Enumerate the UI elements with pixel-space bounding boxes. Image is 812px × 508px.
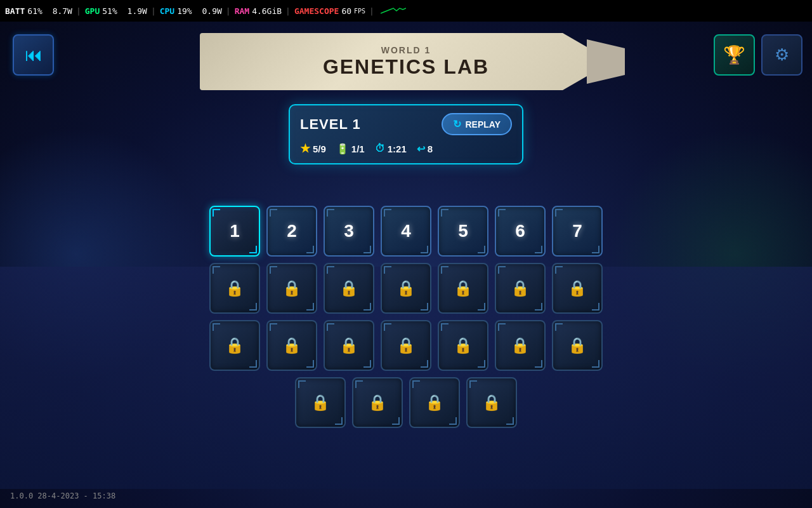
level-num-3: 3: [344, 221, 354, 241]
gpu-label: GPU: [85, 6, 100, 16]
level-cell-15[interactable]: 🔒: [209, 320, 260, 371]
level-num-1: 1: [230, 221, 240, 241]
lock-icon-14: 🔒: [568, 279, 587, 297]
lock-icon-25: 🔒: [482, 394, 501, 411]
level-cell-20[interactable]: 🔒: [495, 320, 546, 371]
banner-tail: [587, 39, 625, 84]
batt-watts: 8.7W: [53, 6, 72, 16]
level-header: LEVEL 1 ↻ REPLAY: [300, 113, 512, 135]
level-num-2: 2: [287, 221, 297, 241]
replay-icon: ↻: [453, 118, 461, 130]
replay-button[interactable]: ↻ REPLAY: [442, 113, 512, 135]
battery-stat: 🔋 1/1: [336, 143, 365, 155]
time-stat: ⏱ 1:21: [375, 143, 407, 154]
back-arrow-icon: ⏮: [25, 46, 43, 64]
lock-icon-20: 🔒: [511, 337, 530, 354]
battery-value: 1/1: [351, 144, 365, 154]
level-cell-22[interactable]: 🔒: [295, 377, 346, 428]
lock-icon-8: 🔒: [225, 279, 244, 297]
cpu-watts: 0.9W: [202, 6, 222, 16]
level-cell-4[interactable]: 4: [381, 206, 431, 257]
lock-icon-10: 🔒: [339, 279, 358, 297]
stars-stat: ★ 5/9: [300, 142, 326, 156]
batt-label: BATT: [5, 6, 25, 16]
world-banner: WORLD 1 GENETICS LAB: [200, 33, 612, 90]
lock-icon-16: 🔒: [282, 337, 301, 354]
level-cell-24[interactable]: 🔒: [409, 377, 460, 428]
level-cell-16[interactable]: 🔒: [266, 320, 317, 371]
moves-stat: ↩ 8: [417, 143, 433, 155]
level-cell-21[interactable]: 🔒: [552, 320, 603, 371]
level-cell-2[interactable]: 2: [266, 206, 317, 257]
gpu-percent: 51%: [102, 6, 117, 16]
level-panel: LEVEL 1 ↻ REPLAY ★ 5/9 🔋 1/1 ⏱ 1:21 ↩ 8: [289, 104, 523, 164]
star-icon: ★: [300, 142, 310, 156]
batt-value: 61%: [27, 6, 42, 16]
level-title: LEVEL 1: [300, 116, 361, 133]
grid-row-4: 🔒🔒🔒🔒: [295, 377, 517, 428]
fps-value: 60: [341, 6, 351, 16]
trophy-icon: 🏆: [723, 44, 745, 65]
main-content: ⏮ WORLD 1 GENETICS LAB 🏆 ⚙ LEVEL 1 ↻ REP…: [0, 22, 812, 508]
level-stats: ★ 5/9 🔋 1/1 ⏱ 1:21 ↩ 8: [300, 142, 512, 156]
level-cell-18[interactable]: 🔒: [381, 320, 431, 371]
lock-icon-24: 🔒: [425, 394, 444, 411]
moves-value: 8: [428, 144, 433, 154]
trophy-button[interactable]: 🏆: [714, 34, 755, 76]
grid-row-2: 🔒🔒🔒🔒🔒🔒🔒: [209, 263, 603, 314]
ram-value: 4.6GiB: [252, 6, 282, 16]
level-cell-8[interactable]: 🔒: [209, 263, 260, 314]
level-cell-12[interactable]: 🔒: [438, 263, 488, 314]
lock-icon-15: 🔒: [225, 337, 244, 354]
level-num-5: 5: [458, 221, 468, 241]
level-num-4: 4: [401, 221, 411, 241]
lock-icon-11: 🔒: [396, 279, 416, 297]
gpu-watts: 1.9W: [128, 6, 147, 16]
moves-icon: ↩: [417, 143, 425, 155]
lock-icon-18: 🔒: [396, 337, 416, 354]
lock-icon-19: 🔒: [454, 337, 473, 354]
level-cell-6[interactable]: 6: [495, 206, 546, 257]
level-cell-1[interactable]: 1: [209, 206, 260, 257]
ram-label: RAM: [235, 6, 249, 16]
level-cell-13[interactable]: 🔒: [495, 263, 546, 314]
replay-label: REPLAY: [465, 119, 501, 130]
gamescope-label: GAMESCOPE: [294, 6, 339, 16]
grid-row-3: 🔒🔒🔒🔒🔒🔒🔒: [209, 320, 603, 371]
level-grid: 1234567🔒🔒🔒🔒🔒🔒🔒🔒🔒🔒🔒🔒🔒🔒🔒🔒🔒🔒: [209, 206, 603, 428]
level-cell-5[interactable]: 5: [438, 206, 488, 257]
stars-value: 5/9: [313, 144, 326, 154]
time-icon: ⏱: [375, 143, 385, 154]
level-cell-17[interactable]: 🔒: [324, 320, 374, 371]
level-cell-10[interactable]: 🔒: [324, 263, 374, 314]
level-cell-11[interactable]: 🔒: [381, 263, 431, 314]
lock-icon-9: 🔒: [282, 279, 301, 297]
level-cell-23[interactable]: 🔒: [352, 377, 403, 428]
lock-icon-22: 🔒: [311, 394, 330, 411]
world-title: GENETICS LAB: [323, 55, 489, 79]
back-button[interactable]: ⏮: [13, 34, 54, 76]
lock-icon-23: 🔒: [368, 394, 387, 411]
lock-icon-21: 🔒: [568, 337, 587, 354]
world-label: WORLD 1: [323, 45, 489, 55]
level-num-6: 6: [515, 221, 525, 241]
settings-gear-icon: ⚙: [775, 45, 789, 65]
level-cell-3[interactable]: 3: [324, 206, 374, 257]
grid-row-1: 1234567: [209, 206, 603, 257]
battery-icon: 🔋: [336, 143, 349, 155]
cpu-percent: 19%: [177, 6, 192, 16]
version-label: 1.0.0 28-4-2023 - 15:38: [10, 491, 115, 500]
cpu-label: CPU: [160, 6, 174, 16]
level-cell-19[interactable]: 🔒: [438, 320, 488, 371]
banner-text-container: WORLD 1 GENETICS LAB: [323, 45, 489, 79]
settings-button[interactable]: ⚙: [761, 34, 802, 76]
level-cell-14[interactable]: 🔒: [552, 263, 603, 314]
level-cell-25[interactable]: 🔒: [466, 377, 517, 428]
lock-icon-13: 🔒: [511, 279, 530, 297]
level-num-7: 7: [572, 221, 582, 241]
fps-unit: FPS: [354, 8, 365, 15]
lock-icon-12: 🔒: [454, 279, 473, 297]
level-cell-7[interactable]: 7: [552, 206, 603, 257]
fps-chart: [381, 6, 406, 16]
level-cell-9[interactable]: 🔒: [266, 263, 317, 314]
